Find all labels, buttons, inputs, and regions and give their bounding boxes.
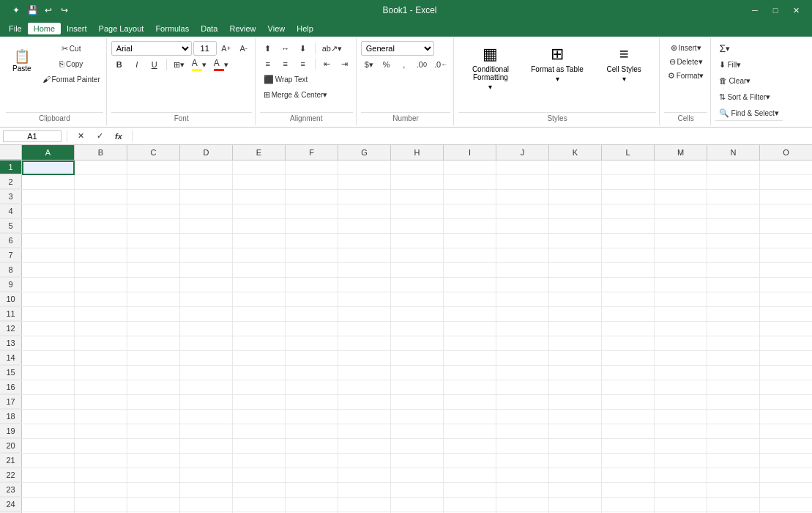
col-header-H[interactable]: H bbox=[391, 145, 444, 160]
cell-H10[interactable] bbox=[391, 292, 444, 307]
close-btn[interactable]: ✕ bbox=[786, 0, 806, 21]
menu-formulas[interactable]: Formulas bbox=[149, 23, 195, 34]
cell-A3[interactable] bbox=[22, 190, 75, 204]
cell-J20[interactable] bbox=[496, 439, 549, 454]
cell-H23[interactable] bbox=[391, 483, 444, 498]
corner-cell[interactable] bbox=[0, 145, 22, 160]
cell-J1[interactable] bbox=[496, 160, 549, 175]
cell-C5[interactable] bbox=[127, 219, 180, 234]
cell-A11[interactable] bbox=[22, 307, 75, 322]
cell-A24[interactable] bbox=[22, 498, 75, 512]
cell-G21[interactable] bbox=[338, 454, 391, 468]
cell-N1[interactable] bbox=[707, 160, 760, 175]
cell-O21[interactable] bbox=[760, 454, 812, 468]
cell-B13[interactable] bbox=[75, 336, 127, 351]
cell-L2[interactable] bbox=[602, 175, 655, 190]
menu-data[interactable]: Data bbox=[195, 23, 223, 34]
row-header-20[interactable]: 20 bbox=[0, 439, 22, 453]
cell-C14[interactable] bbox=[127, 351, 180, 366]
cell-H4[interactable] bbox=[391, 204, 444, 219]
cell-A17[interactable] bbox=[22, 395, 75, 410]
cell-O9[interactable] bbox=[760, 278, 812, 292]
cell-O5[interactable] bbox=[760, 219, 812, 234]
cell-B21[interactable] bbox=[75, 454, 127, 468]
cell-E6[interactable] bbox=[233, 234, 286, 248]
cell-D10[interactable] bbox=[180, 292, 233, 307]
redo-quick-btn[interactable]: ↪ bbox=[57, 3, 72, 18]
cell-M4[interactable] bbox=[655, 204, 707, 219]
row-header-14[interactable]: 14 bbox=[0, 351, 22, 365]
undo-quick-btn[interactable]: ↩ bbox=[41, 3, 56, 18]
increase-decimal-button[interactable]: .0 0 bbox=[414, 57, 430, 72]
cell-I10[interactable] bbox=[444, 292, 496, 307]
cell-A4[interactable] bbox=[22, 204, 75, 219]
cell-J13[interactable] bbox=[496, 336, 549, 351]
orientation-button[interactable]: ab↗▾ bbox=[319, 41, 345, 56]
cell-C22[interactable] bbox=[127, 468, 180, 483]
col-header-M[interactable]: M bbox=[655, 145, 707, 160]
cell-F3[interactable] bbox=[286, 190, 338, 204]
cell-I15[interactable] bbox=[444, 366, 496, 380]
cell-D11[interactable] bbox=[180, 307, 233, 322]
cell-L22[interactable] bbox=[602, 468, 655, 483]
cell-B16[interactable] bbox=[75, 380, 127, 395]
cell-N6[interactable] bbox=[707, 234, 760, 248]
align-center-button[interactable]: ≡ bbox=[278, 56, 294, 71]
cell-O18[interactable] bbox=[760, 410, 812, 424]
cell-O4[interactable] bbox=[760, 204, 812, 219]
cell-D22[interactable] bbox=[180, 468, 233, 483]
cell-N23[interactable] bbox=[707, 483, 760, 498]
align-right-button[interactable]: ≡ bbox=[295, 56, 311, 71]
cell-N9[interactable] bbox=[707, 278, 760, 292]
cell-N4[interactable] bbox=[707, 204, 760, 219]
cell-C13[interactable] bbox=[127, 336, 180, 351]
decrease-font-button[interactable]: A- bbox=[236, 41, 252, 56]
cell-E17[interactable] bbox=[233, 395, 286, 410]
row-header-7[interactable]: 7 bbox=[0, 248, 22, 262]
cell-M19[interactable] bbox=[655, 424, 707, 439]
cell-C12[interactable] bbox=[127, 322, 180, 336]
cell-G24[interactable] bbox=[338, 498, 391, 512]
cell-A23[interactable] bbox=[22, 483, 75, 498]
menu-view[interactable]: View bbox=[262, 23, 291, 34]
col-header-N[interactable]: N bbox=[707, 145, 760, 160]
cell-G12[interactable] bbox=[338, 322, 391, 336]
row-header-5[interactable]: 5 bbox=[0, 219, 22, 233]
row-header-18[interactable]: 18 bbox=[0, 410, 22, 424]
cell-A1[interactable] bbox=[22, 160, 75, 175]
cell-H22[interactable] bbox=[391, 468, 444, 483]
cell-I13[interactable] bbox=[444, 336, 496, 351]
cell-J22[interactable] bbox=[496, 468, 549, 483]
cell-G3[interactable] bbox=[338, 190, 391, 204]
cell-F12[interactable] bbox=[286, 322, 338, 336]
cell-I24[interactable] bbox=[444, 498, 496, 512]
cell-N14[interactable] bbox=[707, 351, 760, 366]
cell-O15[interactable] bbox=[760, 366, 812, 380]
cell-L21[interactable] bbox=[602, 454, 655, 468]
format-painter-button[interactable]: 🖌 Format Painter bbox=[40, 72, 103, 86]
cell-N20[interactable] bbox=[707, 439, 760, 454]
increase-indent-button[interactable]: ⇥ bbox=[337, 56, 353, 71]
cell-G13[interactable] bbox=[338, 336, 391, 351]
cell-A9[interactable] bbox=[22, 278, 75, 292]
cell-D5[interactable] bbox=[180, 219, 233, 234]
cell-L11[interactable] bbox=[602, 307, 655, 322]
menu-insert[interactable]: Insert bbox=[61, 23, 93, 34]
cell-I1[interactable] bbox=[444, 160, 496, 175]
cell-N17[interactable] bbox=[707, 395, 760, 410]
cell-G2[interactable] bbox=[338, 175, 391, 190]
cell-E23[interactable] bbox=[233, 483, 286, 498]
cell-M15[interactable] bbox=[655, 366, 707, 380]
cell-K2[interactable] bbox=[549, 175, 602, 190]
cell-C20[interactable] bbox=[127, 439, 180, 454]
cell-A5[interactable] bbox=[22, 219, 75, 234]
cell-N22[interactable] bbox=[707, 468, 760, 483]
clear-button[interactable]: 🗑 Clear▾ bbox=[715, 73, 754, 88]
cell-F4[interactable] bbox=[286, 204, 338, 219]
cell-E18[interactable] bbox=[233, 410, 286, 424]
cell-F14[interactable] bbox=[286, 351, 338, 366]
cell-H12[interactable] bbox=[391, 322, 444, 336]
cell-F21[interactable] bbox=[286, 454, 338, 468]
cell-M2[interactable] bbox=[655, 175, 707, 190]
cell-O13[interactable] bbox=[760, 336, 812, 351]
